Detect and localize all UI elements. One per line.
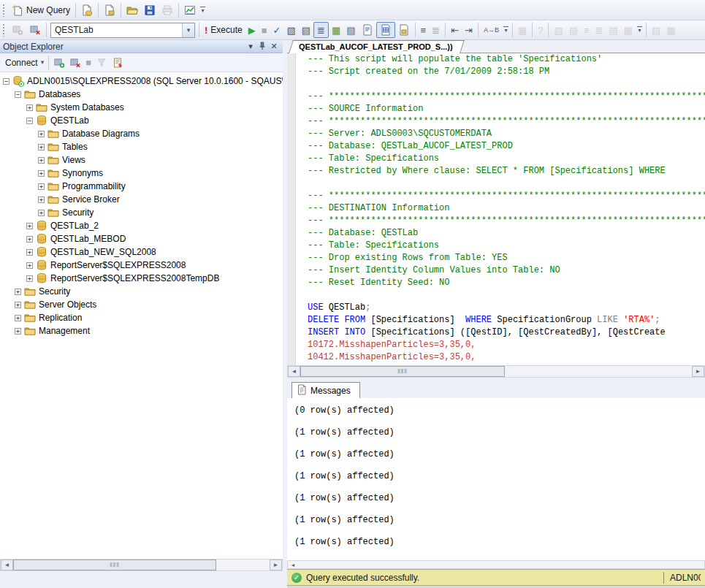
actual-plan-toggle[interactable]: ≣ <box>313 22 329 38</box>
tree-item[interactable]: − ADLN0015\SQLEXPRESS2008 (SQL Server 10… <box>0 75 283 88</box>
extra-button-2[interactable]: ▦ <box>663 22 678 38</box>
tree-item[interactable]: + Security <box>0 206 283 219</box>
query-designer-button[interactable]: ▤ <box>299 22 313 38</box>
scrollbar-thumb[interactable]: ⦀⦀⦀ <box>13 560 216 570</box>
connect-menu-button[interactable]: Connect ▾ <box>3 55 46 71</box>
tree-item[interactable]: + ReportServer$SQLEXPRESS2008 <box>0 259 283 272</box>
print-button[interactable] <box>159 2 176 18</box>
tree-expander[interactable]: + <box>38 196 45 203</box>
window-position-menu-icon[interactable]: ▾ <box>245 42 256 51</box>
tree-item[interactable]: + Tables <box>0 140 283 153</box>
toolbar-grip[interactable] <box>2 4 6 17</box>
tree-item[interactable]: + Management <box>0 324 283 337</box>
tree-expander[interactable]: + <box>38 131 45 137</box>
toolbar-grip[interactable] <box>2 23 6 37</box>
messages-hscrollbar[interactable]: ◄ <box>287 560 705 569</box>
tree-item[interactable]: + Server Objects <box>0 298 283 311</box>
extra-button-1[interactable]: ▤ <box>649 22 663 38</box>
database-selector[interactable]: QESTLab ▾ <box>50 23 195 38</box>
increase-indent-button[interactable]: ⇥ <box>462 22 476 38</box>
cancel-query-button[interactable]: ■ <box>259 22 270 38</box>
tree-item[interactable]: + QESTLab_2 <box>0 219 283 232</box>
editor-hscrollbar[interactable]: ◄ ⦀⦀⦀ ► <box>287 365 705 378</box>
results-to-text-button[interactable] <box>359 22 376 38</box>
scroll-right-icon[interactable]: ► <box>270 560 282 570</box>
map-pane-button[interactable]: ▦ <box>621 22 636 38</box>
analysis-query-button[interactable] <box>101 2 118 18</box>
tree-item[interactable]: + QESTLab_NEW_SQL2008 <box>0 245 283 259</box>
activity-monitor-button[interactable] <box>181 2 199 18</box>
tree-item[interactable]: + Synonyms <box>0 167 283 180</box>
uncomment-button[interactable]: ≣ <box>429 22 443 38</box>
execute-button[interactable]: ! Execute <box>202 22 245 38</box>
editor-tab[interactable]: QESTLab_AUCOF_LATEST_PROD_S...)) <box>289 40 460 53</box>
tree-expander[interactable]: + <box>38 183 45 190</box>
tree-item[interactable]: + Replication <box>0 311 283 324</box>
connect-button[interactable] <box>9 22 26 38</box>
tree-expander[interactable]: + <box>26 236 33 243</box>
new-query-button[interactable]: New Query <box>9 2 73 18</box>
scroll-right-icon[interactable]: ► <box>692 366 704 377</box>
diagram-pane-button[interactable]: ▧ <box>551 22 565 38</box>
tree-expander[interactable]: + <box>15 315 21 321</box>
tree-expander[interactable]: + <box>26 262 33 269</box>
tree-item[interactable]: − Databases <box>0 88 283 101</box>
sql-pane-ab-button[interactable]: ≡ <box>581 22 592 38</box>
tree-expander[interactable]: + <box>38 144 45 150</box>
tree-expander[interactable]: + <box>15 328 21 335</box>
editor-code[interactable]: --- This script will populate the table … <box>296 53 705 365</box>
messages-tab[interactable]: Messages <box>291 382 360 398</box>
sql-pane-xml-button[interactable]: ≣ <box>592 22 606 38</box>
tree-expander[interactable]: − <box>26 118 33 124</box>
results-to-grid-button[interactable] <box>376 22 395 38</box>
oe-filter-button[interactable] <box>94 55 110 71</box>
tree-expander[interactable]: + <box>26 275 33 282</box>
oe-disconnect-server-button[interactable] <box>67 55 83 71</box>
scroll-left-icon[interactable]: ◄ <box>288 366 300 377</box>
debug-button[interactable]: ▶ <box>245 22 259 38</box>
change-connection-button[interactable] <box>26 22 44 38</box>
tree-item[interactable]: + Security <box>0 285 283 298</box>
comment-button[interactable]: ≡ <box>418 22 430 38</box>
database-selector-dropdown-icon[interactable]: ▾ <box>182 23 194 37</box>
tree-expander[interactable]: + <box>15 302 21 308</box>
help-button[interactable]: ? <box>535 22 546 38</box>
tree-item[interactable]: + Programmability <box>0 180 283 193</box>
object-explorer-hscrollbar[interactable]: ◄ ⦀⦀⦀ ► <box>0 559 283 571</box>
criteria-pane-button[interactable]: ▤ <box>566 22 581 38</box>
tree-expander[interactable]: + <box>26 104 33 111</box>
decrease-indent-button[interactable]: ⇤ <box>448 22 462 38</box>
estimated-plan-button[interactable]: ▧ <box>283 22 298 38</box>
change-case-button[interactable]: A→B <box>481 22 502 38</box>
toolbar-overflow-button[interactable]: ▾ <box>502 26 510 34</box>
scrollbar-track[interactable] <box>298 561 704 568</box>
close-icon[interactable]: ✕ <box>268 42 280 51</box>
tree-item[interactable]: + QESTLab_MEBOD <box>0 232 283 245</box>
tree-item[interactable]: + ReportServer$SQLEXPRESS2008TempDB <box>0 272 283 285</box>
client-statistics-button[interactable]: ▤ <box>343 22 358 38</box>
results-to-file-button[interactable] <box>395 22 413 38</box>
scrollbar-track[interactable] <box>216 560 270 570</box>
tree-item[interactable]: − QESTLab <box>0 114 283 127</box>
open-file-button[interactable] <box>123 2 141 18</box>
intellisense-button[interactable]: ▦ <box>329 22 343 38</box>
tree-expander[interactable]: + <box>26 249 33 256</box>
tree-expander[interactable]: + <box>38 210 45 216</box>
scrollbar-thumb[interactable]: ⦀⦀⦀ <box>300 366 505 377</box>
scrollbar-track[interactable] <box>505 366 692 377</box>
save-button[interactable] <box>141 2 159 18</box>
messages-panel[interactable]: (0 row(s) affected)(1 row(s) affected)(1… <box>287 398 705 560</box>
tree-expander[interactable]: + <box>38 157 45 164</box>
tree-item[interactable]: + Service Broker <box>0 193 283 206</box>
tree-item[interactable]: + Database Diagrams <box>0 127 283 140</box>
tree-expander[interactable]: + <box>38 170 45 177</box>
scroll-left-icon[interactable]: ◄ <box>288 561 298 568</box>
parse-button[interactable]: ✓ <box>270 22 284 38</box>
scroll-left-icon[interactable]: ◄ <box>1 560 13 570</box>
oe-script-button[interactable] <box>110 55 126 71</box>
oe-connect-server-button[interactable] <box>51 55 67 71</box>
database-engine-query-button[interactable] <box>78 2 96 18</box>
toolbar-overflow-button[interactable]: ▾ <box>199 7 207 14</box>
tree-item[interactable]: + System Databases <box>0 101 283 114</box>
oe-stop-button[interactable]: ■ <box>83 55 94 71</box>
